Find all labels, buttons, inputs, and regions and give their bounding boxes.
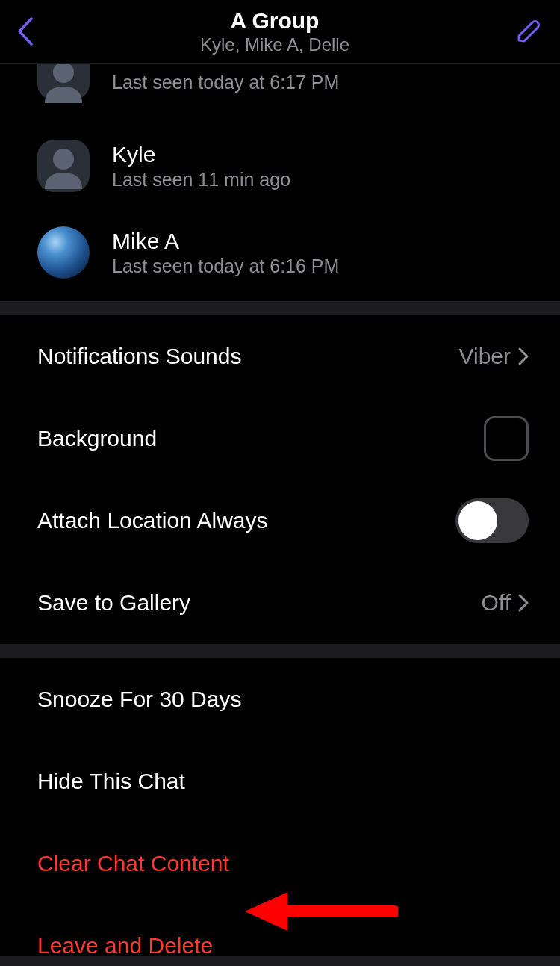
settings-section: Notifications Sounds Viber Background At… [0,315,560,644]
member-name: Mike A [112,229,339,254]
setting-label: Background [37,426,157,451]
pencil-icon [514,17,542,46]
action-label: Snooze For 30 Days [37,687,241,712]
member-row[interactable]: Kyle Last seen 11 min ago [0,131,560,201]
person-icon [37,140,90,192]
member-status: Last seen today at 6:16 PM [112,256,339,277]
back-icon [17,17,34,46]
action-label: Clear Chat Content [37,851,229,876]
title-block: A Group Kyle, Mike A, Delle [40,8,509,55]
avatar-generic [37,140,90,192]
actions-section: Snooze For 30 Days Hide This Chat Clear … [0,658,560,966]
chevron-right-icon [518,347,529,365]
save-to-gallery-row[interactable]: Save to Gallery Off [0,562,560,644]
hide-chat-row[interactable]: Hide This Chat [0,740,560,823]
setting-label: Save to Gallery [37,590,190,616]
attach-location-toggle[interactable] [455,498,529,543]
section-divider [0,301,560,315]
svg-point-0 [53,64,74,83]
page-subtitle: Kyle, Mike A, Delle [40,34,509,55]
clear-chat-row[interactable]: Clear Chat Content [0,823,560,905]
avatar-generic [37,64,90,100]
member-row[interactable]: Mike A Last seen today at 6:16 PM [0,217,560,288]
chevron-right-icon [518,594,529,612]
members-list: Last seen today at 6:17 PM Kyle Last see… [0,64,560,301]
person-icon [37,64,90,108]
edit-button[interactable] [509,13,547,50]
page-title: A Group [40,8,509,33]
navbar: A Group Kyle, Mike A, Delle [0,0,560,64]
setting-value: Off [482,590,529,616]
attach-location-row[interactable]: Attach Location Always [0,480,560,562]
back-button[interactable] [10,16,40,46]
snooze-row[interactable]: Snooze For 30 Days [0,658,560,740]
setting-value: Viber [459,344,529,369]
avatar-image [37,226,90,279]
setting-label: Attach Location Always [37,508,268,533]
toggle-knob [458,501,497,540]
member-name: Kyle [112,142,290,167]
notifications-sounds-row[interactable]: Notifications Sounds Viber [0,315,560,397]
member-status: Last seen 11 min ago [112,169,290,191]
action-label: Hide This Chat [37,769,185,794]
bottom-bar [0,956,560,966]
action-label: Leave and Delete [37,933,213,959]
section-divider [0,644,560,658]
background-thumbnail [484,416,529,461]
background-row[interactable]: Background [0,397,560,480]
member-row[interactable]: Last seen today at 6:17 PM [0,64,560,108]
setting-label: Notifications Sounds [37,344,242,369]
member-status: Last seen today at 6:17 PM [112,72,339,93]
svg-point-1 [53,149,74,170]
